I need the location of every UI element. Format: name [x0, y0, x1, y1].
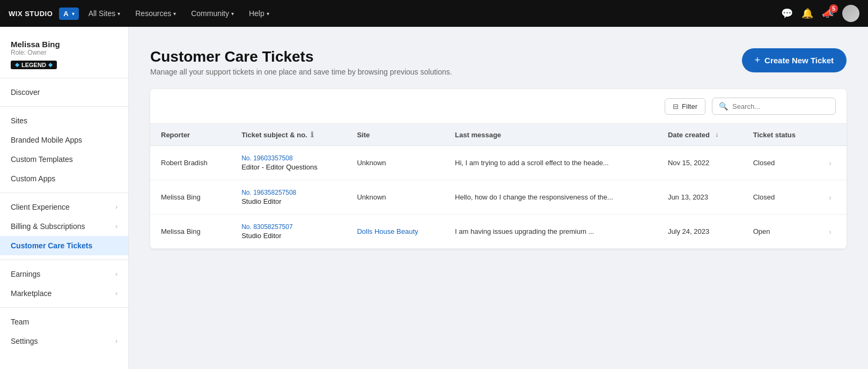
ticket-number-2: No. 83058257507	[241, 223, 335, 231]
account-letter: A	[63, 10, 68, 18]
all-sites-label: All Sites	[89, 9, 116, 18]
sidebar-item-earnings[interactable]: Earnings ›	[0, 264, 128, 284]
ticket-subject-0: Editor - Editor Questions	[241, 163, 335, 171]
sidebar-item-billing-subscriptions[interactable]: Billing & Subscriptions ›	[0, 217, 128, 236]
table-body: Robert BradishNo. 19603357508Editor - Ed…	[150, 146, 847, 249]
row-chevron-icon-1[interactable]: ›	[829, 193, 832, 202]
col-site: Site	[346, 124, 444, 146]
sidebar-divider-1	[0, 106, 128, 107]
search-input[interactable]	[732, 102, 829, 110]
cell-reporter-2: Melissa Bing	[150, 215, 231, 249]
filter-button[interactable]: ⊟ Filter	[665, 98, 705, 115]
cell-ticket-0: No. 19603357508Editor - Editor Questions	[231, 146, 346, 180]
announcements-icon[interactable]: 📣 5	[822, 8, 834, 19]
community-label: Community	[191, 9, 229, 18]
col-ticket-status-label: Ticket status	[753, 131, 796, 139]
col-actions	[818, 124, 847, 146]
sidebar-item-customer-care-tickets-label: Customer Care Tickets	[11, 241, 92, 250]
cell-ticket-1: No. 196358257508Studio Editor	[231, 180, 346, 215]
sidebar-item-client-experience[interactable]: Client Experience ›	[0, 197, 128, 217]
account-chevron-icon: ▾	[72, 11, 75, 17]
community-dropdown[interactable]: Community ▾	[186, 9, 239, 18]
sidebar-item-discover[interactable]: Discover	[0, 83, 128, 102]
cell-last-message-1: Hello, how do I change the responsivenes…	[444, 180, 657, 215]
page-subtitle: Manage all your support tickets in one p…	[150, 68, 452, 76]
sidebar-item-discover-label: Discover	[11, 88, 40, 97]
sidebar-item-team[interactable]: Team	[0, 312, 128, 331]
diamond-icon-right: ◆	[48, 62, 53, 68]
sidebar-item-custom-apps-label: Custom Apps	[11, 174, 55, 183]
billing-subscriptions-chevron-icon: ›	[115, 223, 117, 230]
cell-reporter-0: Robert Bradish	[150, 146, 231, 180]
notification-badge: 5	[829, 4, 838, 13]
date-sort-icon[interactable]: ↓	[715, 131, 718, 138]
col-ticket-status: Ticket status	[742, 124, 818, 146]
page-header-text: Customer Care Tickets Manage all your su…	[150, 48, 452, 76]
col-last-message: Last message	[444, 124, 657, 146]
create-button-label: Create New Ticket	[764, 56, 834, 65]
cell-row-action-0[interactable]: ›	[818, 146, 847, 180]
ticket-subject-1: Studio Editor	[241, 197, 335, 205]
sidebar-item-custom-apps[interactable]: Custom Apps	[0, 169, 128, 188]
cell-reporter-1: Melissa Bing	[150, 180, 231, 215]
wix-studio-logo: WIX STUDIO	[9, 10, 53, 18]
filter-label: Filter	[682, 102, 697, 110]
table-row: Melissa BingNo. 196358257508Studio Edito…	[150, 180, 847, 215]
table-row: Melissa BingNo. 83058257507Studio Editor…	[150, 215, 847, 249]
resources-dropdown[interactable]: Resources ▾	[130, 9, 181, 18]
sidebar-item-team-label: Team	[11, 318, 29, 326]
tickets-toolbar: ⊟ Filter 🔍	[150, 89, 847, 124]
page-header: Customer Care Tickets Manage all your su…	[150, 48, 847, 76]
user-avatar[interactable]	[842, 5, 859, 22]
col-reporter: Reporter	[150, 124, 231, 146]
ticket-subject-info-icon[interactable]: ℹ	[311, 130, 313, 139]
site-link-2[interactable]: Dolls House Beauty	[357, 227, 418, 235]
client-experience-chevron-icon: ›	[115, 203, 117, 211]
sidebar-item-settings[interactable]: Settings ›	[0, 331, 128, 351]
diamond-icon-left: ◆	[15, 62, 19, 68]
table-row: Robert BradishNo. 19603357508Editor - Ed…	[150, 146, 847, 180]
cell-status-1: Closed	[742, 180, 818, 215]
resources-chevron-icon: ▾	[173, 11, 176, 17]
all-sites-chevron-icon: ▾	[117, 11, 120, 17]
sidebar-divider-2	[0, 193, 128, 193]
chat-icon[interactable]: 💬	[781, 8, 793, 19]
sidebar-item-marketplace-label: Marketplace	[11, 289, 52, 298]
sidebar-item-customer-care-tickets[interactable]: Customer Care Tickets	[0, 236, 128, 255]
col-site-label: Site	[357, 131, 370, 139]
cell-site-0: Unknown	[346, 146, 444, 180]
create-new-ticket-button[interactable]: + Create New Ticket	[742, 48, 847, 72]
all-sites-dropdown[interactable]: All Sites ▾	[83, 9, 126, 18]
cell-row-action-1[interactable]: ›	[818, 180, 847, 215]
row-chevron-icon-0[interactable]: ›	[829, 159, 832, 167]
settings-chevron-icon: ›	[115, 337, 117, 345]
cell-ticket-2: No. 83058257507Studio Editor	[231, 215, 346, 249]
cell-site-2[interactable]: Dolls House Beauty	[346, 215, 444, 249]
col-date-created-label: Date created	[668, 131, 710, 139]
cell-status-0: Closed	[742, 146, 818, 180]
top-navigation: WIX STUDIO A ▾ All Sites ▾ Resources ▾ C…	[0, 0, 868, 27]
row-chevron-icon-2[interactable]: ›	[829, 227, 832, 236]
sidebar-item-marketplace[interactable]: Marketplace ›	[0, 284, 128, 303]
cell-row-action-2[interactable]: ›	[818, 215, 847, 249]
cell-status-2: Open	[742, 215, 818, 249]
sidebar-item-sites[interactable]: Sites	[0, 111, 128, 130]
sidebar-item-branded-mobile-apps[interactable]: Branded Mobile Apps	[0, 130, 128, 150]
filter-icon: ⊟	[673, 102, 679, 110]
col-date-created: Date created ↓	[657, 124, 742, 146]
help-dropdown[interactable]: Help ▾	[244, 9, 275, 18]
earnings-chevron-icon: ›	[115, 270, 117, 278]
sidebar-divider-4	[0, 307, 128, 308]
sidebar-username: Melissa Bing	[11, 40, 117, 49]
sidebar-user-info: Melissa Bing Role: Owner ◆ LEGEND ◆	[0, 35, 128, 78]
cell-date-created-0: Nov 15, 2022	[657, 146, 742, 180]
help-chevron-icon: ▾	[267, 11, 269, 17]
page-title: Customer Care Tickets	[150, 48, 452, 65]
ticket-subject-2: Studio Editor	[241, 232, 335, 240]
sidebar-item-custom-templates[interactable]: Custom Templates	[0, 150, 128, 169]
cell-date-created-1: Jun 13, 2023	[657, 180, 742, 215]
tickets-table: Reporter Ticket subject & no. ℹ Site	[150, 124, 847, 249]
search-box: 🔍	[712, 98, 836, 115]
notifications-icon[interactable]: 🔔	[801, 8, 813, 19]
account-switcher-button[interactable]: A ▾	[59, 8, 78, 20]
